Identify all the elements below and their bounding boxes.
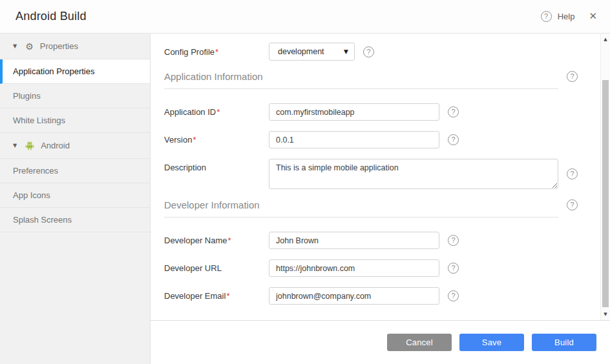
scrollbar[interactable]: ▲ ▼ <box>600 34 610 320</box>
sidebar-item-preferences[interactable]: Preferences <box>0 159 150 183</box>
scroll-down-icon[interactable]: ▼ <box>601 312 610 317</box>
scrollbar-thumb[interactable] <box>602 80 609 307</box>
dialog-header: Android Build ? Help ✕ <box>0 0 610 34</box>
developer-name-help-icon[interactable]: ? <box>448 235 459 246</box>
chevron-down-icon: ▼ <box>344 48 348 55</box>
developer-url-input[interactable] <box>269 259 439 277</box>
section-title: Application Information <box>164 71 263 82</box>
help-icon: ? <box>541 11 552 22</box>
sidebar-item-label: Splash Screens <box>13 215 72 225</box>
config-profile-help-icon[interactable]: ? <box>363 46 374 57</box>
sidebar-item-label: Properties <box>40 41 78 51</box>
application-properties-form: Config Profile* development ▼ ? Applicat… <box>151 34 610 305</box>
version-label: Version* <box>164 135 269 145</box>
application-id-row: Application ID* ? <box>164 103 578 121</box>
description-help-icon[interactable]: ? <box>567 168 578 179</box>
config-profile-select[interactable]: development ▼ <box>269 43 355 61</box>
sidebar-item-splash-screens[interactable]: Splash Screens <box>0 208 150 232</box>
sidebar-item-plugins[interactable]: Plugins <box>0 84 150 108</box>
description-row: Description This is a simple mobile appl… <box>164 159 578 189</box>
dialog-body: ▼ ⚙ Properties Application Properties Pl… <box>0 34 610 364</box>
application-information-help-icon[interactable]: ? <box>567 71 578 82</box>
android-icon <box>25 141 34 150</box>
dialog-title: Android Build <box>16 10 87 23</box>
developer-email-row: Developer Email* ? <box>164 287 578 305</box>
sidebar-item-app-icons[interactable]: App Icons <box>0 183 150 208</box>
sidebar-item-label: App Icons <box>13 190 50 200</box>
version-row: Version* ? <box>164 131 578 148</box>
developer-url-help-icon[interactable]: ? <box>448 263 459 274</box>
developer-name-input[interactable] <box>269 232 439 249</box>
sidebar-item-label: Preferences <box>13 166 58 176</box>
gear-icon: ⚙ <box>25 42 34 51</box>
developer-name-row: Developer Name* ? <box>164 232 578 249</box>
chevron-down-icon: ▼ <box>13 143 17 148</box>
header-actions: ? Help ✕ <box>541 11 597 22</box>
required-asterisk: * <box>226 291 229 301</box>
required-asterisk: * <box>193 135 196 145</box>
required-asterisk: * <box>228 236 231 245</box>
sidebar-item-label: White Listings <box>13 116 65 125</box>
footer-actions: Cancel Save Build <box>151 321 610 364</box>
sidebar-item-label: Plugins <box>13 91 41 101</box>
application-id-help-icon[interactable]: ? <box>448 106 459 117</box>
sidebar-item-label: Application Properties <box>13 66 94 76</box>
developer-information-section-header: Developer Information ? <box>164 199 578 217</box>
sidebar-item-label: Android <box>41 141 70 150</box>
sidebar-item-application-properties[interactable]: Application Properties <box>0 59 150 84</box>
cancel-button[interactable]: Cancel <box>387 334 452 351</box>
config-profile-label: Config Profile* <box>164 47 269 57</box>
developer-url-label: Developer URL <box>164 263 269 273</box>
save-button[interactable]: Save <box>459 334 524 351</box>
sidebar-group-properties[interactable]: ▼ ⚙ Properties <box>0 34 150 59</box>
sidebar-item-white-listings[interactable]: White Listings <box>0 108 150 133</box>
form-scroll-area: Config Profile* development ▼ ? Applicat… <box>151 34 610 321</box>
build-button[interactable]: Build <box>532 334 596 351</box>
developer-name-label: Developer Name* <box>164 236 269 245</box>
sidebar: ▼ ⚙ Properties Application Properties Pl… <box>0 34 151 364</box>
developer-email-help-icon[interactable]: ? <box>448 290 459 301</box>
sidebar-group-android[interactable]: ▼ <box>0 133 150 159</box>
help-label: Help <box>558 12 575 21</box>
section-title: Developer Information <box>164 199 260 210</box>
close-icon[interactable]: ✕ <box>589 12 597 21</box>
main-panel: Config Profile* development ▼ ? Applicat… <box>151 34 610 364</box>
application-information-section-header: Application Information ? <box>164 71 578 89</box>
version-input[interactable] <box>269 131 439 148</box>
application-id-input[interactable] <box>269 103 439 121</box>
required-asterisk: * <box>216 107 220 117</box>
scroll-up-icon[interactable]: ▲ <box>601 37 610 42</box>
developer-email-label: Developer Email* <box>164 291 269 301</box>
android-build-dialog: Android Build ? Help ✕ ▼ ⚙ Properties Ap… <box>0 0 610 364</box>
required-asterisk: * <box>215 47 218 57</box>
description-textarea[interactable]: This is a simple mobile application <box>269 159 558 189</box>
description-label: Description <box>164 163 269 172</box>
developer-information-help-icon[interactable]: ? <box>567 199 578 210</box>
config-profile-row: Config Profile* development ▼ ? <box>164 43 578 61</box>
version-help-icon[interactable]: ? <box>448 134 459 145</box>
developer-url-row: Developer URL ? <box>164 259 578 277</box>
help-button[interactable]: ? Help <box>541 11 575 22</box>
developer-email-input[interactable] <box>269 287 439 305</box>
select-value: development <box>278 47 324 56</box>
application-id-label: Application ID* <box>164 107 269 117</box>
chevron-down-icon: ▼ <box>13 43 17 49</box>
